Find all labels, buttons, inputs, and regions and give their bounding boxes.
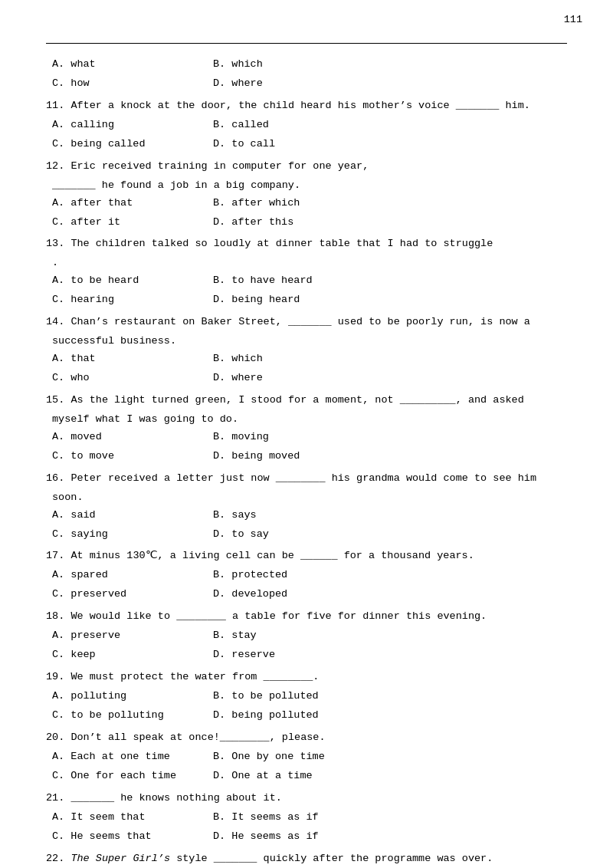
q19-option-a: A. polluting xyxy=(52,688,213,705)
question-14: 14. Chan’s restaurant on Baker Street, _… xyxy=(46,314,567,387)
question-18: 18. We would like to ________ a table fo… xyxy=(46,608,567,664)
q18-option-a: A. preserve xyxy=(52,627,213,645)
q20-option-b: B. One by one time xyxy=(213,748,374,766)
q15-option-a: A. moved xyxy=(52,429,213,446)
pre-question-options: A. what B. which C. how D. where xyxy=(46,56,567,93)
q13-continuation: . xyxy=(52,255,567,272)
q16-text: 16. Peter received a letter just now ___… xyxy=(46,470,567,488)
question-21: 21. _______ he knows nothing about it. A… xyxy=(46,790,567,846)
q16-option-c: C. saying xyxy=(52,526,213,544)
question-12: 12. Eric received training in computer f… xyxy=(46,158,567,232)
q17-option-a: A. spared xyxy=(52,567,213,584)
q13-option-b: B. to have heard xyxy=(213,272,374,290)
q20-option-d: D. One at a time xyxy=(213,768,374,785)
q17-text: 17. At minus 130℃, a living cell can be … xyxy=(46,547,567,565)
q17-option-b: B. protected xyxy=(213,567,374,584)
q11-text: 11. After a knock at the door, the child… xyxy=(46,97,567,115)
q19-option-d: D. being polluted xyxy=(213,707,374,725)
q14-option-d: D. where xyxy=(213,370,374,387)
q19-option-b: B. to be polluted xyxy=(213,688,374,705)
option-b: B. which xyxy=(213,56,374,74)
q19-text: 19. We must protect the water from _____… xyxy=(46,669,567,686)
option-a: A. what xyxy=(52,56,213,74)
q11-option-b: B. called xyxy=(213,117,374,134)
q21-option-b: B. It seems as if xyxy=(213,809,374,827)
q20-option-c: C. One for each time xyxy=(52,768,213,785)
q16-option-d: D. to say xyxy=(213,526,374,544)
q13-text: 13. The children talked so loudly at din… xyxy=(46,235,567,253)
q11-option-a: A. calling xyxy=(52,117,213,134)
q12-option-b: B. after which xyxy=(213,195,374,212)
question-19: 19. We must protect the water from _____… xyxy=(46,669,567,725)
question-16: 16. Peter received a letter just now ___… xyxy=(46,470,567,544)
q12-text: 12. Eric received training in computer f… xyxy=(46,158,567,176)
q21-option-c: C. He seems that xyxy=(52,828,213,846)
q20-text: 20. Don’t all speak at once!________, pl… xyxy=(46,729,567,747)
page-number-top: 111 xyxy=(564,14,582,25)
question-13: 13. The children talked so loudly at din… xyxy=(46,235,567,309)
q15-option-c: C. to move xyxy=(52,448,213,465)
q11-option-d: D. to call xyxy=(213,136,374,153)
q13-option-d: D. being heard xyxy=(213,291,374,309)
q20-option-a: A. Each at one time xyxy=(52,748,213,766)
q12-option-c: C. after it xyxy=(52,214,213,232)
q18-option-b: B. stay xyxy=(213,627,374,645)
q15-option-d: D. being moved xyxy=(213,448,374,465)
q15-continuation: myself what I was going to do. xyxy=(52,411,567,429)
question-22: 22. The Super Girl’s style _______ quick… xyxy=(46,850,567,869)
q16-option-a: A. said xyxy=(52,507,213,524)
question-11: 11. After a knock at the door, the child… xyxy=(46,97,567,153)
q11-option-c: C. being called xyxy=(52,136,213,153)
q19-option-c: C. to be polluting xyxy=(52,707,213,725)
q16-option-b: B. says xyxy=(213,507,374,524)
q12-option-d: D. after this xyxy=(213,214,374,232)
q13-option-c: C. hearing xyxy=(52,291,213,309)
q14-option-b: B. which xyxy=(213,350,374,368)
question-15: 15. As the light turned green, I stood f… xyxy=(46,392,567,465)
question-17: 17. At minus 130℃, a living cell can be … xyxy=(46,547,567,603)
q18-text: 18. We would like to ________ a table fo… xyxy=(46,608,567,626)
q14-text: 14. Chan’s restaurant on Baker Street, _… xyxy=(46,314,567,331)
q14-option-a: A. that xyxy=(52,350,213,368)
q21-text: 21. _______ he knows nothing about it. xyxy=(46,790,567,807)
q17-option-d: D. developed xyxy=(213,586,374,603)
q13-option-a: A. to be heard xyxy=(52,272,213,290)
option-c: C. how xyxy=(52,75,213,93)
q22-text: 22. The Super Girl’s style _______ quick… xyxy=(46,850,567,868)
q18-option-d: D. reserve xyxy=(213,646,374,664)
q14-continuation: successful business. xyxy=(52,333,567,350)
q15-text: 15. As the light turned green, I stood f… xyxy=(46,392,567,409)
q21-option-d: D. He seems as if xyxy=(213,828,374,846)
top-divider xyxy=(46,43,567,44)
q15-option-b: B. moving xyxy=(213,429,374,446)
q12-continuation: _______ he found a job in a big company. xyxy=(52,177,567,195)
q21-option-a: A. It seem that xyxy=(52,809,213,827)
q22-italic: The Super Girl’s xyxy=(70,853,170,864)
q16-continuation: soon. xyxy=(52,489,567,507)
q14-option-c: C. who xyxy=(52,370,213,387)
q17-option-c: C. preserved xyxy=(52,586,213,603)
q12-option-a: A. after that xyxy=(52,195,213,212)
option-d: D. where xyxy=(213,75,374,93)
q18-option-c: C. keep xyxy=(52,646,213,664)
question-20: 20. Don’t all speak at once!________, pl… xyxy=(46,729,567,785)
